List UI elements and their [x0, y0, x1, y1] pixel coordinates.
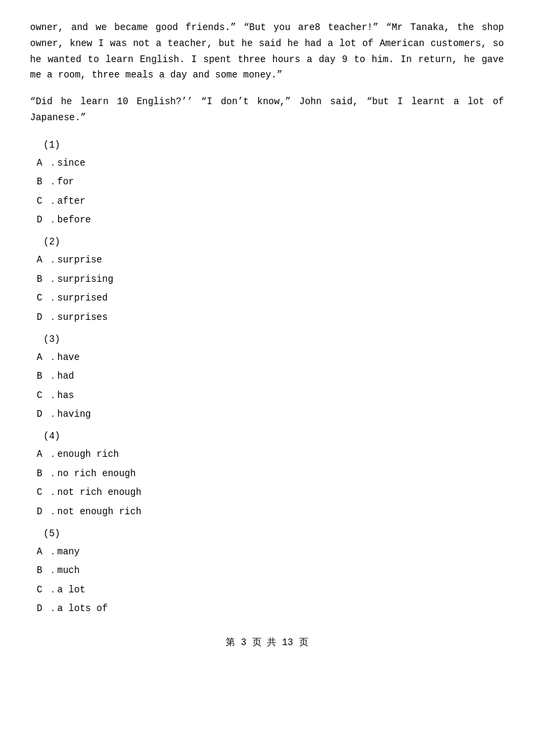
question-number-2: (2) [43, 236, 504, 247]
option-2-B[interactable]: B ．surprising [30, 272, 504, 287]
option-5-C[interactable]: C ．a lot [30, 582, 504, 597]
option-3-C[interactable]: C ．has [30, 388, 504, 403]
page-footer: 第 3 页 共 13 页 [30, 636, 504, 648]
option-1-C[interactable]: C ．after [30, 194, 504, 208]
option-3-B[interactable]: B ．had [30, 369, 504, 383]
option-3-A[interactable]: A ．have [30, 350, 504, 365]
question-group-2: (2)A ．surpriseB ．surprisingC ．surprisedD… [30, 236, 504, 325]
question-group-1: (1)A ．sinceB ．forC ．afterD ．before [30, 140, 504, 228]
question-group-4: (4)A ．enough richB ．no rich enoughC ．not… [30, 431, 504, 519]
option-5-B[interactable]: B ．much [30, 563, 504, 578]
option-4-C[interactable]: C ．not rich enough [30, 485, 504, 500]
option-5-A[interactable]: A ．many [30, 544, 504, 559]
option-4-D[interactable]: D ．not enough rich [30, 504, 504, 519]
option-4-B[interactable]: B ．no rich enough [30, 466, 504, 481]
question-number-3: (3) [43, 334, 504, 345]
option-3-D[interactable]: D ．having [30, 407, 504, 421]
option-4-A[interactable]: A ．enough rich [30, 447, 504, 461]
option-1-D[interactable]: D ．before [30, 212, 504, 227]
option-1-A[interactable]: A ．since [30, 156, 504, 170]
dialogue-text: “Did he learn 10 English?’’ “I don’t kno… [30, 94, 504, 126]
option-2-C[interactable]: C ．surprised [30, 291, 504, 305]
question-number-5: (5) [43, 528, 504, 539]
questions-container: (1)A ．sinceB ．forC ．afterD ．before(2)A ．… [30, 140, 504, 616]
question-number-4: (4) [43, 431, 504, 441]
question-group-3: (3)A ．haveB ．hadC ．hasD ．having [30, 334, 504, 422]
passage-text: owner, and we became good friends.” “But… [30, 20, 504, 83]
question-number-1: (1) [43, 140, 504, 150]
question-group-5: (5)A ．manyB ．muchC ．a lotD ．a lots of [30, 528, 504, 616]
option-2-D[interactable]: D ．surprises [30, 310, 504, 325]
option-5-D[interactable]: D ．a lots of [30, 601, 504, 616]
option-1-B[interactable]: B ．for [30, 174, 504, 189]
option-2-A[interactable]: A ．surprise [30, 252, 504, 267]
